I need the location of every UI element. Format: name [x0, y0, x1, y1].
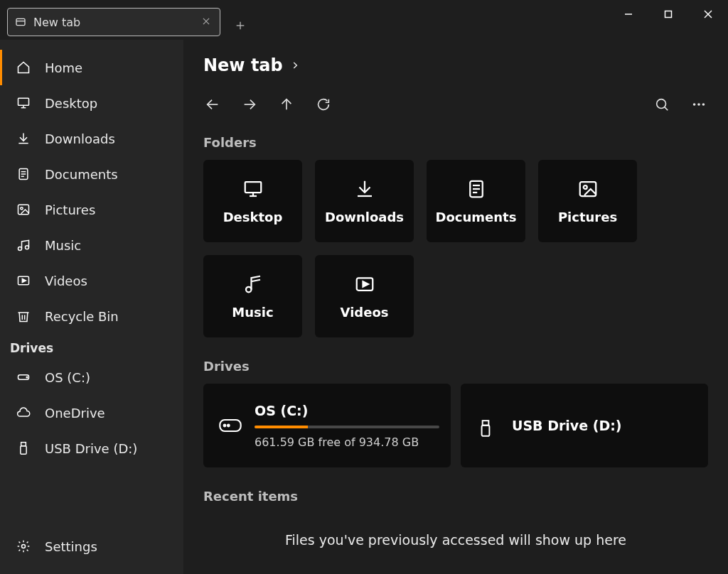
drive-card-c[interactable]: OS (C:) 661.59 GB free of 934.78 GB: [203, 384, 451, 467]
folder-label: Music: [232, 305, 273, 320]
sidebar-item-videos[interactable]: Videos: [0, 263, 183, 298]
sidebar-item-documents[interactable]: Documents: [0, 156, 183, 192]
svg-rect-58: [482, 426, 490, 436]
svg-rect-7: [665, 11, 672, 18]
breadcrumb[interactable]: New tab: [203, 55, 708, 75]
drive-name: USB Drive (D:): [512, 418, 692, 433]
tab-strip: New tab: [0, 0, 253, 38]
svg-rect-40: [245, 182, 261, 193]
folder-card-downloads[interactable]: Downloads: [315, 160, 414, 242]
document-icon: [16, 167, 31, 181]
sidebar-item-label: Downloads: [45, 131, 115, 146]
sidebar-item-pictures[interactable]: Pictures: [0, 192, 183, 227]
refresh-button[interactable]: [314, 95, 333, 114]
tab-new-tab[interactable]: New tab: [7, 8, 220, 36]
folder-card-music[interactable]: Music: [203, 255, 302, 337]
svg-point-38: [697, 103, 700, 106]
sidebar-item-recycle-bin[interactable]: Recycle Bin: [0, 298, 183, 334]
svg-rect-19: [18, 205, 29, 214]
music-icon: [16, 238, 31, 252]
svg-point-20: [21, 207, 23, 210]
download-icon: [354, 178, 375, 200]
sidebar-item-label: OneDrive: [45, 406, 105, 421]
sidebar: Home Desktop Downloads Documents Picture: [0, 40, 183, 574]
add-tab-button[interactable]: [228, 13, 253, 38]
video-icon: [354, 274, 375, 295]
drive-usage-fill: [255, 426, 308, 428]
drive-icon: [16, 370, 31, 384]
more-options-button[interactable]: [690, 95, 708, 114]
svg-point-56: [228, 425, 230, 427]
toolbar: [203, 95, 708, 114]
sidebar-drives-header: Drives: [0, 334, 183, 359]
drive-icon: [219, 418, 240, 433]
svg-marker-53: [363, 281, 368, 287]
drive-card-d[interactable]: USB Drive (D:): [461, 384, 708, 467]
document-icon: [466, 178, 487, 200]
folder-label: Pictures: [558, 210, 617, 224]
home-icon: [16, 60, 31, 75]
sidebar-item-label: Settings: [45, 539, 97, 554]
folder-card-videos[interactable]: Videos: [315, 255, 414, 337]
sidebar-item-label: Desktop: [45, 96, 97, 111]
back-button[interactable]: [203, 95, 222, 114]
gear-icon: [16, 539, 31, 553]
sidebar-item-label: Home: [45, 60, 82, 75]
folder-card-desktop[interactable]: Desktop: [203, 160, 302, 242]
recent-section-title: Recent items: [203, 489, 708, 504]
monitor-icon: [242, 178, 264, 200]
search-button[interactable]: [653, 95, 671, 114]
sidebar-item-drive-c[interactable]: OS (C:): [0, 359, 183, 395]
usb-icon: [476, 418, 498, 433]
sidebar-item-label: Videos: [45, 274, 87, 288]
sidebar-item-music[interactable]: Music: [0, 227, 183, 263]
svg-point-50: [583, 185, 587, 189]
svg-point-31: [22, 545, 26, 548]
folder-label: Downloads: [325, 210, 404, 224]
folder-label: Documents: [436, 210, 517, 224]
drives-section-title: Drives: [203, 359, 708, 374]
titlebar: New tab: [0, 0, 728, 40]
sidebar-item-settings[interactable]: Settings: [0, 529, 183, 564]
sidebar-item-downloads[interactable]: Downloads: [0, 121, 183, 156]
recent-empty-message: Files you've previously accessed will sh…: [203, 532, 708, 548]
sidebar-item-label: Pictures: [45, 202, 95, 217]
sidebar-item-label: USB Drive (D:): [45, 441, 137, 456]
sidebar-item-label: Music: [45, 238, 81, 253]
sidebar-item-home[interactable]: Home: [0, 50, 183, 85]
chevron-right-icon: [290, 60, 300, 70]
close-window-button[interactable]: [688, 0, 728, 28]
drive-info: OS (C:) 661.59 GB free of 934.78 GB: [255, 403, 439, 449]
sidebar-item-label: Documents: [45, 167, 118, 182]
drive-usage-bar: [255, 426, 439, 428]
maximize-button[interactable]: [648, 0, 688, 28]
minimize-button[interactable]: [609, 0, 648, 28]
tab-title: New tab: [33, 16, 194, 29]
sidebar-item-onedrive[interactable]: OneDrive: [0, 395, 183, 430]
svg-point-28: [26, 377, 28, 378]
svg-point-39: [702, 103, 705, 106]
usb-icon: [16, 441, 31, 455]
folders-section-title: Folders: [203, 135, 708, 150]
window-controls: [609, 0, 728, 28]
sidebar-item-drive-d[interactable]: USB Drive (D:): [0, 430, 183, 466]
drive-name: OS (C:): [255, 403, 439, 418]
folder-grid: Desktop Downloads Documents Pictures: [203, 160, 708, 337]
sidebar-item-label: Recycle Bin: [45, 309, 119, 324]
svg-point-37: [693, 103, 696, 106]
trash-icon: [16, 309, 31, 323]
forward-button[interactable]: [240, 95, 259, 114]
app-icon: [15, 16, 26, 28]
close-tab-icon[interactable]: [201, 16, 213, 28]
folder-card-documents[interactable]: Documents: [427, 160, 525, 242]
svg-marker-24: [22, 279, 26, 283]
svg-line-36: [665, 107, 668, 111]
folder-label: Videos: [341, 305, 389, 320]
monitor-icon: [16, 96, 31, 110]
music-icon: [242, 274, 264, 295]
sidebar-item-desktop[interactable]: Desktop: [0, 85, 183, 121]
image-icon: [16, 202, 31, 217]
folder-card-pictures[interactable]: Pictures: [538, 160, 637, 242]
svg-point-55: [224, 425, 226, 427]
up-button[interactable]: [277, 95, 296, 114]
